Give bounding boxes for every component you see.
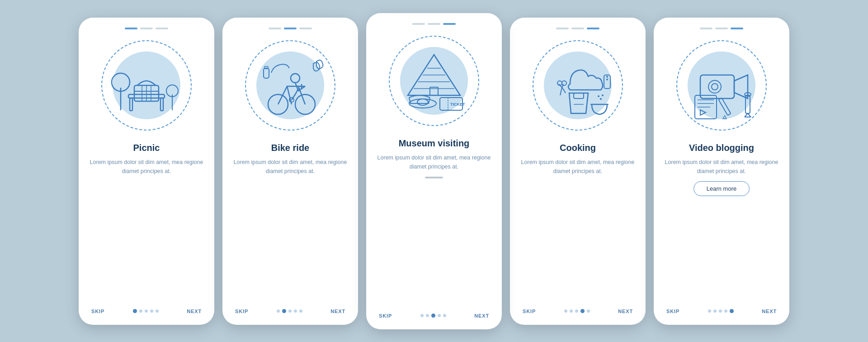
svg-point-44 bbox=[708, 80, 721, 93]
picnic-illustration bbox=[97, 36, 196, 135]
picnic-title: Picnic bbox=[133, 142, 160, 153]
skip-button[interactable]: SKIP bbox=[523, 309, 536, 314]
top-dot bbox=[700, 28, 712, 29]
nav-dot-4[interactable] bbox=[587, 309, 590, 313]
cooking-illustration bbox=[528, 36, 627, 135]
svg-point-27 bbox=[417, 99, 428, 105]
cooking-title: Cooking bbox=[560, 142, 596, 153]
skip-button[interactable]: SKIP bbox=[91, 309, 104, 314]
top-dot bbox=[412, 23, 425, 25]
svg-text:TICKET: TICKET bbox=[450, 102, 465, 107]
nav-dot-2[interactable] bbox=[431, 314, 435, 318]
top-bar bbox=[269, 28, 312, 29]
nav-dot-0[interactable] bbox=[708, 309, 711, 313]
svg-rect-51 bbox=[718, 98, 731, 116]
svg-rect-32 bbox=[574, 93, 584, 98]
svg-rect-1 bbox=[130, 98, 132, 111]
nav-dot-1[interactable] bbox=[282, 309, 286, 313]
nav-dot-2[interactable] bbox=[288, 309, 292, 313]
screens-container: Picnic Lorem ipsum dolor sit dim amet, m… bbox=[61, 0, 807, 342]
bike-ride-body: Lorem ipsum dolor sit dim amet, mea regi… bbox=[231, 158, 350, 176]
cooking-body: Lorem ipsum dolor sit dim amet, mea regi… bbox=[518, 158, 637, 176]
nav-dot-4[interactable] bbox=[156, 309, 159, 313]
svg-marker-50 bbox=[700, 110, 706, 115]
top-dot bbox=[715, 28, 728, 29]
video-blogging-body: Lorem ipsum dolor sit dim amet, mea regi… bbox=[662, 158, 781, 176]
svg-point-42 bbox=[602, 94, 604, 96]
next-button[interactable]: NEXT bbox=[762, 309, 777, 314]
svg-point-38 bbox=[606, 76, 608, 78]
svg-point-39 bbox=[606, 79, 608, 80]
svg-point-36 bbox=[562, 81, 566, 85]
nav-dot-0[interactable] bbox=[420, 314, 424, 317]
museum-body: Lorem ipsum dolor sit dim amet, mea regi… bbox=[374, 153, 494, 171]
skip-button[interactable]: SKIP bbox=[379, 313, 392, 319]
nav-dot-1[interactable] bbox=[570, 309, 573, 313]
svg-rect-18 bbox=[264, 68, 269, 78]
svg-point-40 bbox=[600, 98, 602, 100]
nav-dots bbox=[708, 309, 734, 313]
top-bar bbox=[556, 28, 599, 29]
svg-line-56 bbox=[748, 113, 751, 117]
video-blogging-icon bbox=[678, 41, 766, 129]
nav-dot-0[interactable] bbox=[564, 309, 567, 313]
skip-button[interactable]: SKIP bbox=[666, 309, 679, 314]
nav-dot-3[interactable] bbox=[294, 309, 297, 313]
museum-title: Museum visiting bbox=[399, 138, 470, 149]
nav-dot-1[interactable] bbox=[139, 309, 142, 313]
svg-rect-19 bbox=[264, 66, 268, 69]
nav-dot-2[interactable] bbox=[719, 309, 722, 313]
svg-rect-2 bbox=[160, 98, 163, 111]
nav-dot-4[interactable] bbox=[299, 309, 302, 313]
bottom-nav: SKIP NEXT bbox=[231, 309, 350, 317]
museum-illustration: TICKET bbox=[384, 31, 484, 131]
phone-screen-picnic: Picnic Lorem ipsum dolor sit dim amet, m… bbox=[79, 18, 214, 325]
svg-point-45 bbox=[712, 84, 718, 90]
top-dot bbox=[731, 28, 743, 29]
svg-point-17 bbox=[291, 74, 300, 83]
nav-dot-1[interactable] bbox=[426, 314, 429, 317]
next-button[interactable]: NEXT bbox=[330, 309, 345, 314]
top-bar bbox=[125, 28, 168, 29]
nav-dot-0[interactable] bbox=[133, 309, 137, 313]
nav-dot-2[interactable] bbox=[145, 309, 148, 313]
top-bar bbox=[700, 28, 743, 29]
phone-screen-video-blogging: Video blogging Lorem ipsum dolor sit dim… bbox=[654, 18, 789, 325]
nav-dot-3[interactable] bbox=[438, 314, 441, 317]
video-blogging-illustration bbox=[672, 36, 771, 135]
nav-dots bbox=[420, 314, 446, 318]
bottom-nav: SKIP NEXT bbox=[374, 313, 494, 321]
skip-button[interactable]: SKIP bbox=[235, 309, 248, 314]
nav-dot-4[interactable] bbox=[730, 309, 734, 313]
next-button[interactable]: NEXT bbox=[474, 313, 489, 319]
phone-screen-bike-ride: Bike ride Lorem ipsum dolor sit dim amet… bbox=[222, 18, 358, 325]
scroll-indicator bbox=[425, 177, 443, 178]
nav-dot-3[interactable] bbox=[150, 309, 153, 313]
bike-ride-illustration bbox=[241, 36, 340, 135]
top-dot bbox=[125, 28, 137, 29]
top-dot bbox=[587, 28, 599, 29]
top-bar bbox=[412, 23, 456, 25]
nav-dot-3[interactable] bbox=[580, 309, 585, 313]
cooking-icon bbox=[534, 41, 622, 129]
nav-dot-1[interactable] bbox=[713, 309, 717, 313]
top-dot bbox=[156, 28, 168, 29]
bike-ride-title: Bike ride bbox=[271, 142, 309, 153]
nav-dots bbox=[133, 309, 159, 313]
nav-dots bbox=[277, 309, 302, 313]
nav-dot-4[interactable] bbox=[443, 314, 446, 317]
phone-screen-cooking: Cooking Lorem ipsum dolor sit dim amet, … bbox=[510, 18, 646, 325]
svg-marker-52 bbox=[723, 116, 726, 119]
learn-more-button[interactable]: Learn more bbox=[693, 181, 750, 196]
nav-dot-0[interactable] bbox=[277, 309, 280, 313]
top-dot bbox=[140, 28, 153, 29]
bottom-nav: SKIP NEXT bbox=[518, 309, 637, 317]
next-button[interactable]: NEXT bbox=[187, 309, 202, 314]
nav-dot-2[interactable] bbox=[575, 309, 578, 313]
next-button[interactable]: NEXT bbox=[618, 309, 633, 314]
top-dot bbox=[269, 28, 281, 29]
svg-line-55 bbox=[745, 113, 748, 117]
bottom-nav: SKIP NEXT bbox=[662, 309, 781, 317]
nav-dot-3[interactable] bbox=[724, 309, 727, 313]
bottom-nav: SKIP NEXT bbox=[87, 309, 206, 317]
